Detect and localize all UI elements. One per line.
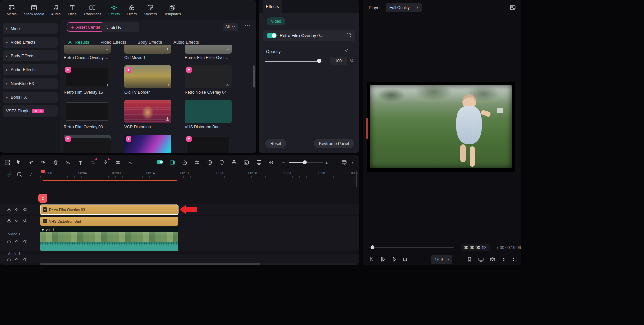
volume-icon[interactable]: [501, 257, 507, 262]
mute-track-icon[interactable]: [15, 218, 19, 223]
lock-track-icon[interactable]: [7, 257, 11, 262]
delete-icon[interactable]: [53, 160, 58, 165]
effect-card[interactable]: ♥ + Old TV Border: [124, 65, 171, 95]
player-scrubber-track[interactable]: [369, 247, 454, 248]
toggle-visibility-icon[interactable]: [23, 239, 28, 244]
more-options-button[interactable]: ···: [245, 22, 251, 28]
effect-enable-toggle[interactable]: [267, 33, 277, 38]
toggle-visibility-icon[interactable]: [23, 257, 28, 262]
blend-icon[interactable]: [115, 160, 121, 166]
aspect-ratio-select[interactable]: 16:9 ▾: [431, 255, 452, 264]
lock-track-icon[interactable]: [7, 218, 11, 223]
shield-icon[interactable]: [219, 160, 225, 166]
display-icon[interactable]: [478, 257, 484, 262]
zoom-slider-handle[interactable]: [303, 160, 307, 164]
snapshot-icon[interactable]: [490, 257, 495, 262]
tab-all-results[interactable]: All Results: [68, 40, 89, 45]
effect-card[interactable]: Retro Film Overlay 03: [64, 100, 111, 129]
marker-icon[interactable]: [467, 257, 472, 262]
effect-card[interactable]: ♥ Retro Noise Overlay 04: [185, 65, 232, 95]
freeform-select-icon[interactable]: [346, 33, 351, 38]
download-icon[interactable]: [165, 117, 170, 122]
opacity-value-field[interactable]: 100: [330, 57, 347, 65]
effects-scrollbar[interactable]: [253, 65, 255, 88]
split-icon[interactable]: ✂: [66, 160, 71, 165]
sidebar-item-vst3-plugin[interactable]: VST3 Plugin BETA: [3, 105, 58, 117]
tab-audio-effects[interactable]: Audio Effects: [173, 40, 199, 45]
toolbox-icon[interactable]: [5, 160, 10, 166]
screen-record-icon[interactable]: [256, 160, 262, 166]
mute-track-icon[interactable]: [15, 207, 19, 212]
sidebar-item-audio-effects[interactable]: ▸ Audio Effects: [3, 64, 58, 75]
add-track-button[interactable]: +: [19, 259, 21, 265]
tab-video-effects[interactable]: Video Effects: [100, 40, 126, 45]
clip-vhs-distortion[interactable]: ✦ VHS Distortion Bad: [40, 217, 178, 226]
keyframe-panel-button[interactable]: Keyframe Panel: [314, 139, 354, 148]
image-view-icon[interactable]: [510, 4, 516, 11]
keyframe-diamond-icon[interactable]: [344, 48, 349, 53]
download-icon[interactable]: [104, 47, 109, 52]
sidebar-item-body-effects[interactable]: ▸ Body Effects: [3, 50, 58, 61]
opacity-slider-track[interactable]: [265, 61, 323, 62]
effect-card[interactable]: ♥ + Retro Film Overlay 15: [64, 65, 111, 95]
redo-icon[interactable]: ↷: [41, 160, 45, 165]
add-effect-button[interactable]: +: [106, 82, 109, 88]
tab-titles[interactable]: Titles: [68, 4, 77, 16]
toggle-visibility-icon[interactable]: [23, 218, 28, 223]
preview-quality-toggle[interactable]: [156, 158, 164, 167]
next-frame-button[interactable]: [380, 256, 386, 263]
timeline-ruler[interactable]: 00:00 00:04 00:09 00:14 00:19 00:23 00:2…: [0, 170, 359, 178]
select-tool-icon[interactable]: [16, 159, 22, 166]
captions-icon[interactable]: [244, 160, 249, 166]
clip-video-vhs1[interactable]: ▶ vhs 1: [40, 227, 178, 251]
filmstrip-icon[interactable]: [170, 160, 175, 166]
reset-button[interactable]: Reset: [265, 139, 286, 148]
tab-effects-properties[interactable]: Effects: [263, 0, 282, 13]
effect-card[interactable]: VHS Distortion Bad: [185, 100, 232, 129]
tab-stock-media[interactable]: Stock Media: [24, 4, 44, 16]
timeline-vertical-scrollbar[interactable]: [356, 171, 357, 187]
player-scrubber-handle[interactable]: [371, 245, 374, 249]
zoom-in-icon[interactable]: +: [325, 160, 328, 165]
crop-icon[interactable]: [90, 160, 96, 165]
chevron-down-icon[interactable]: ▾: [352, 161, 354, 164]
sidebar-item-newblue-fx[interactable]: ▸ NewBlue FX: [3, 78, 58, 89]
fit-timeline-icon[interactable]: [269, 160, 274, 166]
voiceover-icon[interactable]: [231, 160, 237, 166]
record-icon[interactable]: [207, 160, 213, 166]
tab-transitions[interactable]: Transitions: [84, 4, 101, 16]
effect-card[interactable]: Retro Cinema Overlay ...: [64, 45, 111, 60]
download-icon[interactable]: [165, 47, 170, 52]
layout-grid-icon[interactable]: [496, 4, 503, 11]
adjust-icon[interactable]: [194, 160, 200, 166]
effect-card[interactable]: ♥: [124, 135, 171, 153]
download-icon[interactable]: [225, 82, 230, 87]
search-box[interactable]: [101, 22, 139, 32]
download-icon[interactable]: [225, 47, 230, 52]
tab-templates[interactable]: Templates: [164, 4, 181, 16]
effect-card[interactable]: Horror Film Filter Over...: [185, 45, 232, 60]
sidebar-item-video-effects[interactable]: ▸ Video Effects: [3, 37, 58, 48]
effect-card[interactable]: VCR Distortion: [124, 100, 171, 129]
playhead-line[interactable]: [43, 170, 43, 265]
toggle-visibility-icon[interactable]: [23, 207, 28, 212]
video-preview[interactable]: [367, 82, 515, 172]
tab-effects[interactable]: Effects: [108, 4, 120, 16]
more-tools-icon[interactable]: »: [129, 160, 132, 165]
filter-all-button[interactable]: All: [223, 23, 238, 31]
zoom-out-icon[interactable]: −: [282, 160, 285, 165]
text-tool-icon[interactable]: T: [79, 160, 82, 165]
search-input[interactable]: [111, 25, 134, 30]
effect-card[interactable]: ♥: [64, 135, 111, 153]
asset-center-button[interactable]: ◈ Asset Center: [67, 22, 104, 32]
effect-card[interactable]: ♥: [185, 135, 232, 153]
effect-card[interactable]: Old Movie 1: [124, 45, 171, 60]
tab-filters[interactable]: Filters: [127, 4, 137, 16]
lock-track-icon[interactable]: [7, 239, 11, 244]
fullscreen-icon[interactable]: [512, 257, 518, 262]
clip-retro-film-overlay[interactable]: ✦ Retro Film Overlay 03: [40, 205, 178, 214]
applied-effect-row[interactable]: Retro Film Overlay 0...: [263, 30, 355, 41]
previous-frame-button[interactable]: [368, 256, 375, 263]
mask-icon[interactable]: [103, 160, 108, 165]
stop-button[interactable]: [402, 256, 408, 263]
